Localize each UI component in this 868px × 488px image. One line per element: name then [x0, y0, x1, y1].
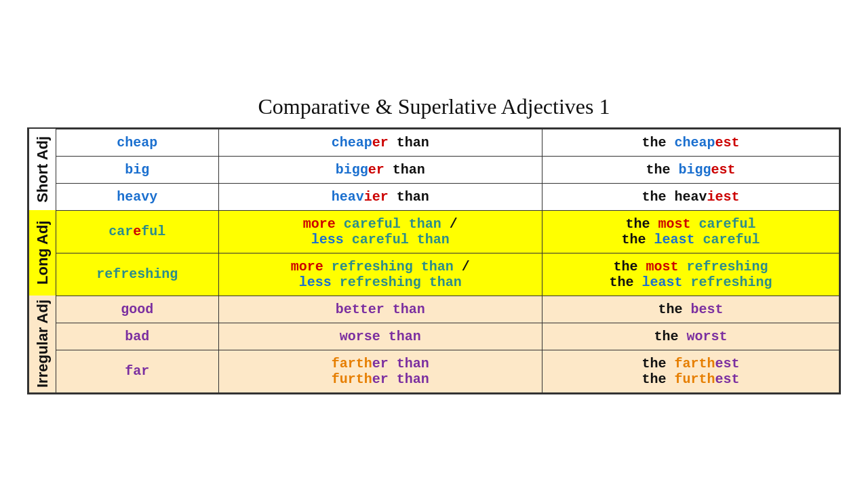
- table-row: far farther than further than the farthe…: [29, 350, 840, 392]
- super-cheap: the cheapest: [542, 129, 840, 156]
- super-careful: the most careful the least careful: [542, 210, 840, 253]
- super-good: the best: [542, 296, 840, 323]
- super-big: the biggest: [542, 156, 840, 183]
- comp-big: bigger than: [218, 156, 542, 183]
- comp-refreshing: more refreshing than / less refreshing t…: [218, 253, 542, 296]
- comp-good: better than: [218, 296, 542, 323]
- base-careful: careful: [56, 210, 219, 253]
- table-row: Irregular Adj good better than the best: [29, 296, 840, 323]
- section-label-long: Long Adj: [29, 210, 56, 296]
- super-refreshing: the most refreshing the least refreshing: [542, 253, 840, 296]
- comp-far: farther than further than: [218, 350, 542, 392]
- table-row: big bigger than the biggest: [29, 156, 840, 183]
- section-label-short: Short Adj: [29, 129, 56, 210]
- comp-careful: more careful than / less careful than: [218, 210, 542, 253]
- base-refreshing: refreshing: [56, 253, 219, 296]
- super-bad: the worst: [542, 323, 840, 350]
- table-row: refreshing more refreshing than / less r…: [29, 253, 840, 296]
- section-label-irregular: Irregular Adj: [29, 296, 56, 392]
- page-title: Comparative & Superlative Adjectives 1: [258, 94, 610, 119]
- table-row: Long Adj careful more careful than / les…: [29, 210, 840, 253]
- super-far: the farthest the furthest: [542, 350, 840, 392]
- table-row: Short Adj cheap cheaper than the cheapes…: [29, 129, 840, 156]
- base-heavy: heavy: [56, 183, 219, 210]
- table-row: heavy heavier than the heaviest: [29, 183, 840, 210]
- base-cheap: cheap: [56, 129, 219, 156]
- comp-bad: worse than: [218, 323, 542, 350]
- comp-heavy: heavier than: [218, 183, 542, 210]
- main-table: Short Adj cheap cheaper than the cheapes…: [27, 127, 841, 394]
- super-heavy: the heaviest: [542, 183, 840, 210]
- base-big: big: [56, 156, 219, 183]
- comp-cheap: cheaper than: [218, 129, 542, 156]
- base-good: good: [56, 296, 219, 323]
- table-row: bad worse than the worst: [29, 323, 840, 350]
- base-bad: bad: [56, 323, 219, 350]
- base-far: far: [56, 350, 219, 392]
